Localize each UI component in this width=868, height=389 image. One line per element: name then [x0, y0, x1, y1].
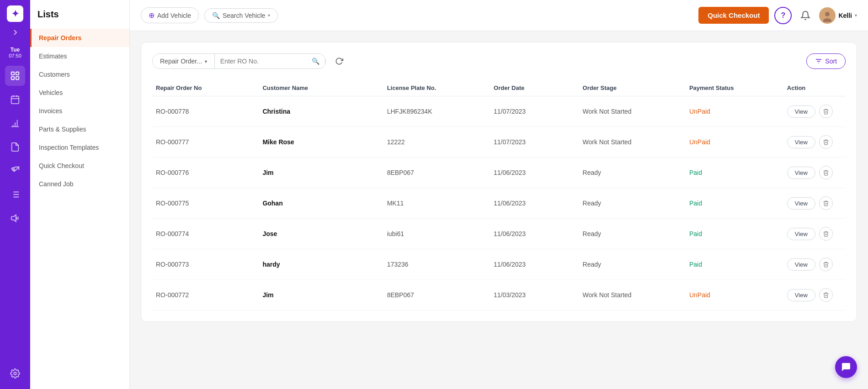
table-cell: Jim	[259, 291, 383, 299]
delete-button[interactable]	[819, 227, 833, 241]
sidebar-icon-calendar[interactable]	[5, 89, 25, 110]
sidebar-nav-item-quick-checkout[interactable]: Quick Checkout	[30, 157, 129, 175]
search-icon: 🔍	[212, 12, 220, 19]
sidebar-nav-item-vehicles[interactable]: Vehicles	[30, 84, 129, 102]
table-cell: hardy	[259, 261, 383, 268]
table-cell: Jose	[259, 230, 383, 237]
sidebar-icon-megaphone[interactable]	[5, 208, 25, 228]
secondary-sidebar: Lists Repair OrdersEstimatesCustomersVeh…	[30, 0, 130, 389]
filter-bar: Repair Order... ▾ 🔍 Sort	[152, 53, 846, 69]
sidebar-nav-item-repair-orders[interactable]: Repair Orders	[30, 29, 129, 47]
table-cell: Work Not Started	[579, 138, 686, 146]
sidebar-nav-item-canned-job[interactable]: Canned Job	[30, 175, 129, 193]
refresh-button[interactable]	[331, 53, 347, 69]
sidebar-icon-settings[interactable]	[5, 363, 25, 384]
table-header-order-date: Order Date	[490, 84, 579, 91]
table-cell: RO-000773	[152, 261, 259, 268]
action-cell: View	[783, 288, 846, 302]
notifications-button[interactable]	[797, 7, 814, 24]
svg-rect-3	[16, 72, 19, 75]
delete-button[interactable]	[819, 288, 833, 302]
table-cell: Christina	[259, 108, 383, 115]
svg-rect-2	[11, 72, 14, 75]
repair-orders-table: Repair Order NoCustomer NameLicense Plat…	[152, 80, 846, 310]
table-cell: Work Not Started	[579, 291, 686, 299]
table-cell: RO-000772	[152, 291, 259, 299]
user-avatar	[819, 7, 836, 24]
sidebar-nav-item-invoices[interactable]: Invoices	[30, 102, 129, 120]
action-cell: View	[783, 196, 846, 210]
view-button[interactable]: View	[787, 105, 815, 118]
sort-button[interactable]: Sort	[806, 53, 846, 69]
table-cell: LHFJK896234K	[383, 108, 490, 115]
table-cell: UnPaid	[686, 108, 783, 115]
view-button[interactable]: View	[787, 289, 815, 301]
table-cell: Paid	[686, 200, 783, 207]
table-cell: 11/07/2023	[490, 108, 579, 115]
view-button[interactable]: View	[787, 258, 815, 271]
table-cell: iubi61	[383, 230, 490, 237]
delete-button[interactable]	[819, 196, 833, 210]
table-header-payment-status: Payment Status	[686, 84, 783, 91]
sidebar-icon-chart[interactable]	[5, 113, 25, 133]
sidebar-icon-list[interactable]	[5, 184, 25, 205]
table-cell: Paid	[686, 261, 783, 268]
top-bar: ⊕ Add Vehicle 🔍 Search Vehicle ▾ Quick C…	[130, 0, 868, 31]
icon-sidebar: ✦ Tue 07:50	[0, 0, 30, 389]
svg-rect-4	[11, 77, 14, 79]
user-chevron-icon: ▾	[855, 13, 857, 18]
sidebar-expand-btn[interactable]	[10, 27, 20, 37]
view-button[interactable]: View	[787, 228, 815, 240]
app-logo[interactable]: ✦	[7, 5, 23, 22]
main-content: Repair Order... ▾ 🔍 Sort	[130, 31, 868, 389]
sidebar-icon-dashboard[interactable]	[5, 66, 25, 86]
view-button[interactable]: View	[787, 136, 815, 148]
search-vehicle-button[interactable]: 🔍 Search Vehicle ▾	[204, 8, 278, 23]
content-card: Repair Order... ▾ 🔍 Sort	[141, 42, 857, 322]
action-cell: View	[783, 105, 846, 118]
table-row: RO-000773hardy17323611/06/2023ReadyPaidV…	[152, 249, 846, 280]
sidebar-nav-item-parts-&-supplies[interactable]: Parts & Supplies	[30, 120, 129, 138]
add-vehicle-button[interactable]: ⊕ Add Vehicle	[141, 7, 199, 23]
table-cell: RO-000778	[152, 108, 259, 115]
user-menu-button[interactable]: Kelli ▾	[819, 7, 857, 24]
svg-text:✦: ✦	[11, 9, 19, 19]
delete-button[interactable]	[819, 105, 833, 118]
table-header-customer-name: Customer Name	[259, 84, 383, 91]
table-header: Repair Order NoCustomer NameLicense Plat…	[152, 80, 846, 96]
table-cell: Ready	[579, 169, 686, 176]
sidebar-nav-item-estimates[interactable]: Estimates	[30, 47, 129, 65]
action-cell: View	[783, 135, 846, 149]
ro-search-input-wrap: 🔍	[215, 54, 325, 68]
sidebar-nav-item-inspection-templates[interactable]: Inspection Templates	[30, 138, 129, 157]
ro-search-input[interactable]	[220, 58, 312, 65]
table-cell: 11/07/2023	[490, 138, 579, 146]
repair-order-filter-dropdown[interactable]: Repair Order... ▾	[153, 54, 215, 68]
table-row: RO-000775GohanMK1111/06/2023ReadyPaidVie…	[152, 188, 846, 219]
chat-button[interactable]	[835, 356, 857, 378]
svg-rect-6	[11, 96, 19, 104]
table-cell: Ready	[579, 261, 686, 268]
view-button[interactable]: View	[787, 167, 815, 179]
table-row: RO-000778ChristinaLHFJK896234K11/07/2023…	[152, 96, 846, 127]
table-cell: 11/06/2023	[490, 230, 579, 237]
table-header-order-stage: Order Stage	[579, 84, 686, 91]
table-row: RO-000777Mike Rose1222211/07/2023Work No…	[152, 127, 846, 158]
help-button[interactable]: ?	[774, 7, 792, 24]
table-cell: Gohan	[259, 200, 383, 207]
quick-checkout-button[interactable]: Quick Checkout	[698, 7, 769, 24]
sidebar-icon-tag[interactable]	[5, 161, 25, 181]
table-cell: 11/06/2023	[490, 169, 579, 176]
delete-button[interactable]	[819, 166, 833, 179]
sidebar-nav-item-customers[interactable]: Customers	[30, 65, 129, 84]
view-button[interactable]: View	[787, 197, 815, 210]
delete-button[interactable]	[819, 258, 833, 271]
table-cell: Jim	[259, 169, 383, 176]
table-cell: RO-000777	[152, 138, 259, 146]
table-cell: 11/06/2023	[490, 200, 579, 207]
svg-point-8	[14, 372, 16, 375]
table-header-license-plate-no.: License Plate No.	[383, 84, 490, 91]
action-cell: View	[783, 227, 846, 241]
delete-button[interactable]	[819, 135, 833, 149]
sidebar-icon-document[interactable]	[5, 137, 25, 157]
